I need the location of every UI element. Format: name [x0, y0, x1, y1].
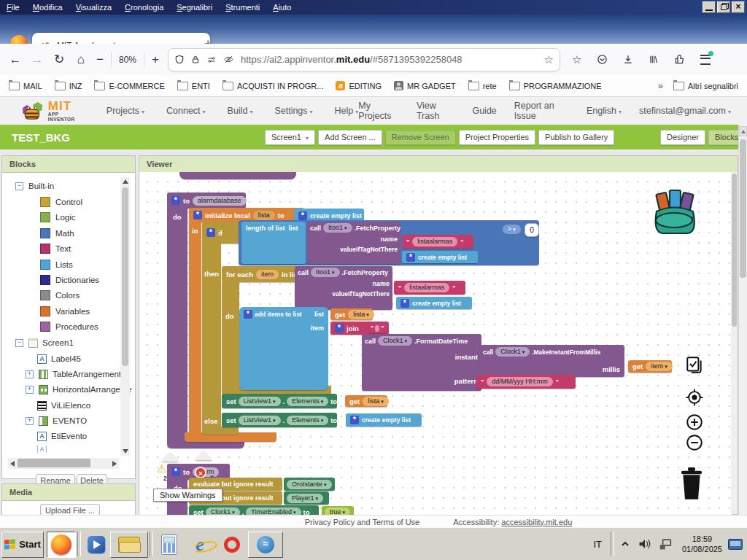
scroll-up-arrow[interactable]	[739, 126, 747, 136]
block-component-oroistante[interactable]: OroIstante	[284, 478, 335, 491]
shield-icon[interactable]	[174, 54, 185, 65]
block-get-lista[interactable]: get lista	[345, 395, 387, 407]
block-for-each[interactable]: for each item in list	[222, 266, 298, 282]
category-variables[interactable]: Variables	[40, 306, 90, 317]
lock-icon[interactable]	[191, 55, 200, 65]
category-math[interactable]: Math	[40, 228, 74, 239]
block-set-clock-timerenabled[interactable]: set Clock1 . TimerEnabled to	[189, 505, 319, 516]
trash-can-icon[interactable]	[677, 462, 706, 505]
bookmark-ecommerce[interactable]: E-COMMERCE	[94, 82, 164, 90]
text-field[interactable]: listaalarmas	[404, 283, 449, 292]
other-bookmarks[interactable]: Altri segnalibri	[673, 82, 738, 90]
component-horizontalarrangement[interactable]: +HorizontalArrangeme	[26, 384, 132, 395]
link-view-trash[interactable]: View Trash	[417, 101, 454, 121]
collapse-icon[interactable]: −	[15, 339, 23, 347]
taskbar-openoffice-button[interactable]: ≈	[248, 532, 283, 558]
component-dropdown[interactable]: ListView1	[239, 397, 281, 406]
variable-dropdown[interactable]: item	[646, 362, 672, 371]
mutator-gear-icon[interactable]: *	[406, 253, 415, 262]
scroll-left-arrow[interactable]	[10, 461, 15, 467]
tray-clock[interactable]: 18:59 01/08/2025	[682, 534, 722, 554]
property-dropdown[interactable]: Elements	[287, 416, 328, 425]
collapse-icon[interactable]: −	[15, 182, 23, 190]
scroll-right-arrow[interactable]	[112, 461, 117, 467]
link-report-issue[interactable]: Report an Issue	[514, 101, 569, 121]
taskbar-ie-button[interactable]: e	[184, 532, 216, 558]
menu-segnalibri[interactable]: Segnalibri	[170, 0, 219, 15]
privacy-link[interactable]: Privacy Policy and Terms of Use	[305, 518, 420, 526]
block-call-formatdatetime[interactable]: callClock1.FormatDateTime instant patter…	[362, 334, 481, 391]
block-frame[interactable]	[222, 282, 239, 390]
mutator-gear-icon[interactable]: *	[350, 416, 359, 424]
app-menu-hamburger-icon[interactable]	[700, 55, 711, 65]
home-button[interactable]: ⌂	[70, 52, 92, 67]
language-indicator[interactable]: IT	[593, 539, 602, 550]
collapsed-block-triangle[interactable]	[195, 451, 212, 460]
category-dictionaries[interactable]: Dictionaries	[40, 274, 99, 286]
scroll-thumb[interactable]	[732, 174, 737, 327]
bookmark-rete[interactable]: rete	[468, 82, 497, 90]
category-logic[interactable]: Logic	[40, 211, 76, 223]
bookmarks-overflow-chevron[interactable]: »	[658, 80, 663, 91]
center-workspace-icon[interactable]	[685, 388, 704, 407]
accessibility-link[interactable]: accessibility.mit.edu	[501, 518, 572, 526]
mutator-gear-icon[interactable]: *	[244, 310, 252, 319]
category-colors[interactable]: Colors	[40, 289, 80, 301]
collapsed-block[interactable]	[179, 172, 296, 179]
category-control[interactable]: Control	[40, 196, 82, 208]
mutator-gear-icon[interactable]: *	[206, 228, 215, 237]
block-frame[interactable]	[167, 208, 187, 439]
expand-icon[interactable]: +	[26, 386, 34, 394]
url-bar[interactable]: https://ai2.appinventor.mit.edu/#5871395…	[168, 48, 560, 71]
network-icon[interactable]	[659, 538, 673, 551]
bookmark-programmazione[interactable]: PROGRAMMAZIONE	[509, 82, 602, 90]
block-call-fetchproperty[interactable]: callItoo1.FetchProperty name valueIfTagN…	[295, 266, 392, 310]
menu-connect[interactable]: Connect▾	[166, 106, 206, 116]
text-field[interactable]	[375, 325, 379, 332]
bookmark-mrgadget[interactable]: MR GADGET	[394, 81, 456, 90]
blocks-canvas[interactable]: * to alarmdatabase do * initialize local…	[139, 172, 732, 516]
component-dropdown[interactable]: Clock1	[378, 336, 412, 346]
menu-help[interactable]: Help▾	[335, 106, 359, 116]
component-label45[interactable]: Label45	[37, 353, 81, 365]
block-procedure-alarmdatabase[interactable]: * to alarmdatabase	[167, 192, 246, 209]
account-menu[interactable]: stefinstal@gmail.com▾	[639, 106, 731, 116]
bookmark-star-icon[interactable]: ☆	[544, 53, 554, 66]
add-screen-button[interactable]: Add Screen ...	[318, 130, 382, 145]
block-component-player1[interactable]: Player1	[284, 491, 329, 505]
save-bookmark-icon[interactable]: ☆	[572, 53, 581, 66]
mit-appinventor-logo[interactable]: MIT APP INVENTOR	[20, 100, 85, 122]
block-number-0[interactable]: 0	[525, 223, 539, 237]
mutator-gear-icon[interactable]: *	[335, 324, 344, 332]
designer-button[interactable]: Designer	[660, 130, 705, 145]
screen-selector[interactable]: Screen1 ▾	[265, 130, 315, 145]
component-clipped[interactable]	[37, 446, 51, 453]
viewer-scrollbar[interactable]	[731, 172, 738, 514]
component-tablearrangement9[interactable]: +TableArrangement9	[26, 368, 125, 380]
error-badge-icon[interactable]: ×	[195, 467, 206, 478]
component-vilielenco[interactable]: ViLiElenco	[37, 400, 90, 411]
scroll-down-arrow[interactable]	[123, 449, 128, 454]
tree-builtin[interactable]: −Built-in	[15, 180, 54, 192]
project-properties-button[interactable]: Project Properties	[459, 130, 535, 145]
property-dropdown[interactable]: Elements	[287, 397, 328, 406]
category-lists[interactable]: Lists	[40, 259, 73, 271]
category-procedures[interactable]: Procedures	[40, 321, 98, 332]
block-create-empty-list[interactable]: * create empty list	[396, 297, 472, 309]
page-scrollbar[interactable]	[738, 125, 747, 527]
menu-modifica[interactable]: Modifica	[26, 0, 69, 15]
menu-settings[interactable]: Settings▾	[274, 106, 312, 116]
block-frame[interactable]	[202, 427, 239, 435]
component-dropdown[interactable]: ListView1	[239, 416, 281, 425]
menu-aiuto[interactable]: Aiuto	[266, 0, 298, 15]
variable-name-field[interactable]: lista	[253, 211, 275, 220]
expand-icon[interactable]: +	[26, 370, 34, 378]
block-text-string-space[interactable]: " "	[368, 323, 387, 333]
variable-dropdown[interactable]: lista	[363, 397, 388, 406]
tree-vertical-scrollbar[interactable]	[120, 177, 130, 456]
tree-screen1[interactable]: −Screen1	[15, 337, 74, 349]
mutator-gear-icon[interactable]: *	[193, 211, 202, 219]
component-dropdown[interactable]: Itoo1	[323, 223, 352, 233]
taskbar-explorer-button[interactable]	[110, 532, 148, 558]
menu-visualizza[interactable]: Visualizza	[69, 0, 118, 15]
